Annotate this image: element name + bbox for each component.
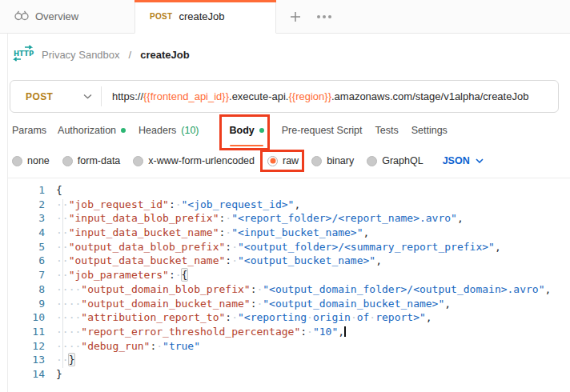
json-punctuation: }: [56, 368, 62, 380]
json-punctuation: :: [300, 326, 307, 338]
tab-authorization[interactable]: Authorization: [58, 120, 126, 141]
code-line-content[interactable]: ····"attribution_report_to":·"<reporting…: [56, 310, 432, 325]
tab-label: Authorization: [58, 125, 116, 136]
breadcrumb-separator: /: [127, 49, 134, 61]
tab-createjob-label: createJob: [179, 10, 224, 22]
json-value: of: [357, 311, 370, 323]
plus-icon[interactable]: [287, 8, 304, 26]
whitespace-dots: ·: [156, 340, 163, 352]
json-key: "input_data_bucket_name": [69, 226, 219, 238]
radio-label: form-data: [78, 155, 121, 166]
body-editor[interactable]: 1{2··"job_request_id":·"<job_request_id>…: [8, 178, 570, 392]
code-line-content[interactable]: ··}: [56, 353, 74, 367]
code-line-content[interactable]: ····"report_error_threshold_percentage":…: [56, 325, 346, 339]
line-number: 8: [8, 282, 45, 297]
green-dot-icon: [259, 128, 264, 133]
language-dropdown[interactable]: JSON: [443, 155, 484, 166]
code-lines: 1{2··"job_request_id":·"<job_request_id>…: [8, 178, 570, 382]
line-number: 1: [8, 183, 45, 198]
tab-label: Pre-request Script: [282, 125, 363, 136]
whitespace-dots: ····: [56, 298, 81, 310]
method-dropdown[interactable]: POST: [10, 81, 101, 112]
line-number: 10: [8, 310, 45, 325]
request-tabs: ParamsAuthorizationHeaders(10)BodyPre-re…: [12, 120, 448, 141]
json-punctuation: ,: [545, 283, 552, 295]
line-number: 13: [8, 353, 45, 367]
code-line-content[interactable]: ··"input_data_bucket_name":·"<input_buck…: [56, 226, 369, 240]
tab-overview[interactable]: Overview: [0, 0, 134, 33]
whitespace-dots: ·: [225, 226, 231, 238]
whitespace-dots: ·: [231, 254, 238, 266]
json-value: "<reporting: [238, 311, 307, 323]
json-value: "<output_bucket_name>": [238, 254, 375, 266]
line-number: 6: [8, 254, 45, 268]
code-line: 14}: [8, 367, 570, 382]
breadcrumb-collection[interactable]: Privacy Sandbox: [42, 49, 120, 61]
line-number: 14: [8, 367, 45, 382]
code-line-content[interactable]: ··"job_request_id":·"<job_request_id>",: [56, 198, 300, 212]
json-key: "debug_run": [81, 340, 150, 352]
radio-icon: [311, 156, 322, 166]
json-value: "<output_domain_folder>/<output_domain>.…: [263, 283, 544, 295]
code-line: 6··"output_data_bucket_name":·"<output_b…: [8, 254, 570, 268]
code-line: 10····"attribution_report_to":·"<reporti…: [8, 310, 570, 325]
code-line: 9····"output_domain_bucket_name":·"<outp…: [8, 297, 570, 311]
tab-label: Params: [12, 125, 46, 136]
bodytype-raw[interactable]: raw: [267, 155, 299, 166]
code-line-content[interactable]: ····"output_domain_bucket_name":·"<outpu…: [56, 297, 451, 311]
tabbar-actions: [276, 0, 333, 33]
json-punctuation: {: [56, 184, 62, 196]
active-tab-underline: [230, 145, 263, 147]
tab-tests[interactable]: Tests: [375, 120, 399, 141]
indent-guide: [62, 199, 63, 368]
json-value: "<input_bucket_name>": [231, 226, 363, 238]
radio-icon: [267, 156, 278, 166]
url-bar: POST https://{{frontend_api_id}}.execute…: [10, 80, 559, 113]
tab-params[interactable]: Params: [12, 120, 46, 141]
bodytype-form-data[interactable]: form-data: [62, 155, 121, 166]
code-line-content[interactable]: }: [56, 367, 62, 382]
whitespace-dots: ·: [307, 311, 313, 323]
bodytype-binary[interactable]: binary: [311, 155, 354, 166]
tab-settings[interactable]: Settings: [411, 120, 448, 141]
json-value: "true": [163, 340, 200, 352]
code-line-content[interactable]: ··"input_data_blob_prefix":·"<report_fol…: [56, 211, 464, 226]
url-input[interactable]: https://{{frontend_api_id}}.execute-api.…: [102, 90, 558, 102]
tab-overview-label: Overview: [35, 10, 78, 22]
whitespace-dots: ·: [231, 241, 238, 253]
json-punctuation: :: [169, 198, 175, 210]
code-line-content[interactable]: ····"output_domain_blob_prefix":·"<outpu…: [56, 282, 551, 297]
tab-body[interactable]: Body: [230, 120, 264, 141]
tab-label: Body: [230, 125, 255, 136]
tab-pre-request-script[interactable]: Pre-request Script: [282, 120, 363, 141]
json-value: "10": [313, 326, 338, 338]
json-punctuation: ,: [457, 212, 464, 224]
json-punctuation: :: [225, 254, 231, 266]
code-line-content[interactable]: ··"output_data_bucket_name":·"<output_bu…: [56, 254, 382, 268]
more-options-icon[interactable]: [315, 8, 333, 26]
code-line-content[interactable]: ··"output_data_blob_prefix":·"<output_fo…: [56, 240, 501, 254]
tab-createjob[interactable]: POST createJob: [134, 0, 276, 34]
tab-label: Headers: [138, 125, 176, 136]
whitespace-dots: ·: [369, 311, 375, 323]
chevron-down-icon: [83, 94, 92, 99]
line-number: 9: [8, 297, 45, 311]
whitespace-dots: ····: [56, 340, 81, 352]
code-line-content[interactable]: ····"debug_run":·"true": [56, 339, 200, 354]
json-value: report>": [375, 311, 426, 323]
whitespace-dots: ····: [56, 311, 81, 323]
code-line: 2··"job_request_id":·"<job_request_id>",: [8, 198, 570, 212]
tab-headers[interactable]: Headers(10): [138, 120, 199, 141]
language-label: JSON: [443, 155, 470, 166]
url-text: .execute-api.: [229, 90, 288, 102]
breadcrumb-request-name[interactable]: createJob: [140, 49, 189, 61]
bodytype-x-www-form-urlencoded[interactable]: x-www-form-urlencoded: [133, 155, 255, 166]
whitespace-dots: ·: [351, 311, 357, 323]
json-key: "report_error_threshold_percentage": [81, 326, 300, 338]
code-line-content[interactable]: ··"job_parameters":·{: [56, 268, 187, 282]
radio-label: x-www-form-urlencoded: [148, 155, 255, 166]
code-line-content[interactable]: {: [56, 183, 62, 198]
bodytype-graphql[interactable]: GraphQL: [367, 155, 423, 166]
radio-label: raw: [283, 155, 299, 166]
bodytype-none[interactable]: none: [12, 155, 50, 166]
